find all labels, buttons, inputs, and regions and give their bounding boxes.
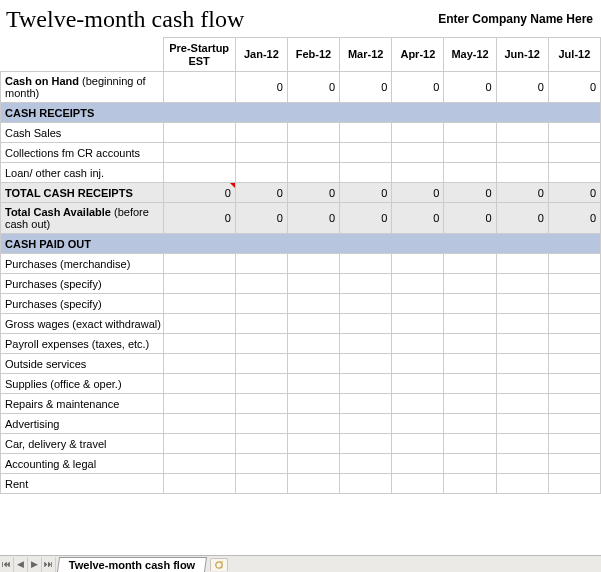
cell[interactable]	[444, 414, 496, 434]
cell[interactable]	[287, 143, 339, 163]
cell[interactable]	[235, 414, 287, 434]
cell[interactable]: 0	[235, 72, 287, 103]
cell[interactable]	[235, 474, 287, 494]
cell[interactable]	[392, 474, 444, 494]
cell[interactable]	[392, 394, 444, 414]
cell[interactable]	[392, 374, 444, 394]
cell[interactable]	[163, 163, 235, 183]
cell[interactable]	[340, 334, 392, 354]
cell[interactable]	[287, 434, 339, 454]
cell[interactable]	[548, 474, 600, 494]
new-sheet-button[interactable]	[210, 558, 228, 571]
cell[interactable]	[444, 123, 496, 143]
nav-prev-icon[interactable]: ◀	[14, 557, 28, 572]
cell[interactable]: 0	[235, 203, 287, 234]
cell[interactable]	[235, 314, 287, 334]
cell[interactable]	[287, 414, 339, 434]
cell[interactable]	[235, 254, 287, 274]
cell[interactable]	[548, 334, 600, 354]
cell[interactable]	[340, 354, 392, 374]
cell[interactable]: 0	[392, 183, 444, 203]
cell[interactable]	[287, 354, 339, 374]
cell[interactable]	[163, 334, 235, 354]
cell[interactable]	[235, 163, 287, 183]
cell[interactable]	[444, 254, 496, 274]
cell[interactable]	[548, 254, 600, 274]
cell[interactable]: 0	[287, 183, 339, 203]
cell[interactable]	[287, 123, 339, 143]
cell[interactable]: 0	[548, 72, 600, 103]
cell[interactable]	[392, 314, 444, 334]
cell[interactable]	[392, 143, 444, 163]
cell[interactable]	[163, 454, 235, 474]
cell[interactable]	[287, 474, 339, 494]
cell[interactable]	[444, 274, 496, 294]
cell[interactable]	[444, 434, 496, 454]
cell[interactable]	[444, 294, 496, 314]
nav-last-icon[interactable]: ⏭	[42, 557, 56, 572]
cell[interactable]	[548, 163, 600, 183]
cell[interactable]	[392, 274, 444, 294]
cell[interactable]	[392, 414, 444, 434]
cell[interactable]	[496, 354, 548, 374]
cell[interactable]	[496, 123, 548, 143]
cell[interactable]	[287, 274, 339, 294]
cell[interactable]	[340, 394, 392, 414]
cell[interactable]: 0	[496, 72, 548, 103]
cell[interactable]	[496, 334, 548, 354]
cell[interactable]	[496, 394, 548, 414]
cell[interactable]	[392, 123, 444, 143]
cell[interactable]	[496, 474, 548, 494]
cell[interactable]	[548, 314, 600, 334]
cell[interactable]	[163, 354, 235, 374]
cell[interactable]	[548, 374, 600, 394]
cell[interactable]	[287, 394, 339, 414]
cell[interactable]	[392, 454, 444, 474]
cell[interactable]	[548, 414, 600, 434]
cell[interactable]	[548, 454, 600, 474]
cell[interactable]: 0	[287, 72, 339, 103]
cell[interactable]	[235, 123, 287, 143]
cell[interactable]	[340, 274, 392, 294]
company-name-field[interactable]: Enter Company Name Here	[438, 12, 593, 26]
cell[interactable]	[496, 254, 548, 274]
cell[interactable]	[163, 314, 235, 334]
cell[interactable]	[340, 474, 392, 494]
cell[interactable]: 0	[287, 203, 339, 234]
cell[interactable]	[340, 454, 392, 474]
cell[interactable]: 0	[340, 72, 392, 103]
cell[interactable]	[287, 254, 339, 274]
cell[interactable]: 0	[340, 183, 392, 203]
cell[interactable]	[163, 123, 235, 143]
cell[interactable]	[340, 374, 392, 394]
cell[interactable]	[287, 163, 339, 183]
cell[interactable]	[444, 454, 496, 474]
cell[interactable]	[287, 314, 339, 334]
cell[interactable]	[392, 254, 444, 274]
cell[interactable]	[340, 294, 392, 314]
cell[interactable]: 0	[163, 183, 235, 203]
cell[interactable]	[235, 334, 287, 354]
cell[interactable]	[444, 354, 496, 374]
cell[interactable]: 0	[444, 72, 496, 103]
cell[interactable]	[235, 294, 287, 314]
cell[interactable]	[444, 374, 496, 394]
cell[interactable]	[163, 143, 235, 163]
cell[interactable]	[287, 374, 339, 394]
cell[interactable]	[444, 394, 496, 414]
cell[interactable]	[496, 294, 548, 314]
cell[interactable]: 0	[235, 183, 287, 203]
cell[interactable]	[340, 163, 392, 183]
sheet-tab[interactable]: Twelve-month cash flow	[57, 557, 207, 572]
cell[interactable]	[496, 314, 548, 334]
cell[interactable]: 0	[496, 203, 548, 234]
cell[interactable]	[444, 474, 496, 494]
cell[interactable]	[163, 434, 235, 454]
cell[interactable]	[444, 314, 496, 334]
cell[interactable]	[444, 334, 496, 354]
cell[interactable]: 0	[548, 183, 600, 203]
cell[interactable]	[287, 294, 339, 314]
cell[interactable]	[163, 474, 235, 494]
cell[interactable]	[496, 143, 548, 163]
cell[interactable]	[548, 143, 600, 163]
